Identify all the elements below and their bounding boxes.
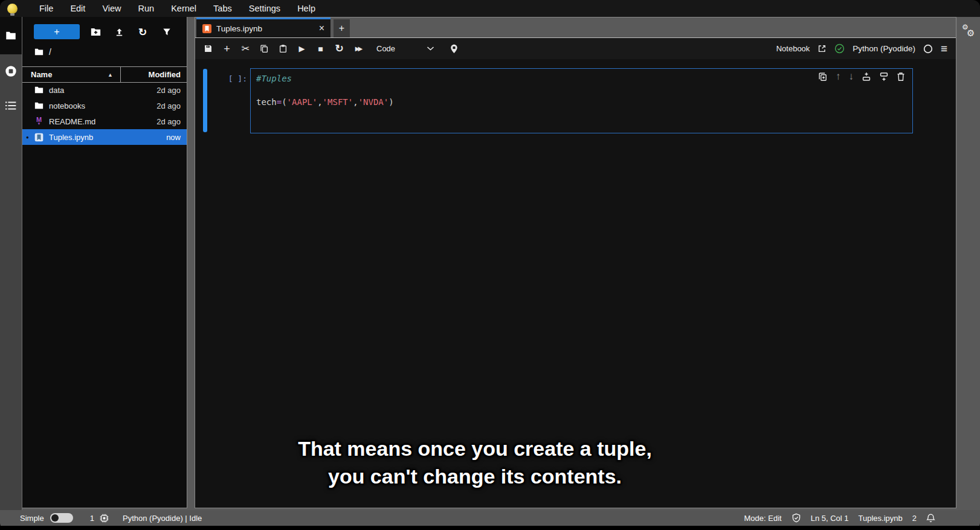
- insert-cell-below-icon[interactable]: [879, 72, 889, 81]
- notebook-label: Notebook: [776, 44, 810, 53]
- menu-view[interactable]: View: [94, 0, 129, 17]
- kernel-status-text[interactable]: Python (Pyodide) | Idle: [123, 514, 202, 523]
- duplicate-cell-icon[interactable]: [818, 72, 828, 81]
- cell-type-value: Code: [376, 44, 395, 53]
- cell-toolbar: ↑ ↓: [818, 71, 905, 81]
- folder-icon: [34, 86, 44, 94]
- file-row-readme[interactable]: M▼ README.md 2d ago: [22, 113, 187, 129]
- file-list-header: Name ▲ Modified: [22, 66, 187, 83]
- status-bar: Simple 1 Python (Pyodide) | Idle Mode: E…: [0, 510, 980, 526]
- subtitle-caption: That means once you create a tuple, you …: [0, 435, 950, 490]
- new-launcher-button[interactable]: +: [34, 24, 80, 39]
- file-name: data: [49, 86, 64, 95]
- file-row-tuples-selected[interactable]: ● Tuples.ipynb now: [22, 129, 187, 145]
- notification-count[interactable]: 2: [912, 514, 917, 523]
- delete-cell-icon[interactable]: [897, 72, 905, 81]
- file-row-notebooks[interactable]: notebooks 2d ago: [22, 98, 187, 113]
- notebook-file-icon: [34, 133, 44, 142]
- markdown-icon: M▼: [34, 117, 44, 126]
- running-sessions-icon[interactable]: [5, 65, 17, 77]
- interrupt-kernel-button[interactable]: ■: [311, 38, 330, 59]
- table-of-contents-icon[interactable]: [5, 101, 16, 110]
- bell-icon[interactable]: [926, 513, 935, 523]
- file-modified: 2d ago: [156, 117, 187, 126]
- tab-bar: Tuples.ipynb × +: [195, 18, 956, 38]
- trusted-check-icon[interactable]: [834, 43, 845, 54]
- folder-icon: [5, 31, 16, 40]
- subtitle-line-1: That means once you create a tuple,: [0, 435, 950, 462]
- kernel-status-icon[interactable]: [923, 44, 933, 54]
- restart-run-all-button[interactable]: ▶▶: [349, 38, 369, 59]
- menu-help[interactable]: Help: [289, 0, 324, 17]
- move-cell-down-icon[interactable]: ↓: [849, 71, 854, 81]
- menu-settings[interactable]: Settings: [240, 0, 289, 17]
- file-name: Tuples.ipynb: [49, 133, 93, 142]
- unsaved-dot: ●: [26, 135, 29, 140]
- cell-collapser[interactable]: [203, 69, 207, 132]
- menu-edit[interactable]: Edit: [62, 0, 94, 17]
- tab-title: Tuples.ipynb: [216, 24, 262, 33]
- plus-icon: +: [54, 27, 59, 37]
- kernel-sessions-icon[interactable]: [99, 513, 109, 523]
- app-window: File Edit View Run Kernel Tabs Settings …: [0, 0, 980, 530]
- paste-cell-button[interactable]: [274, 38, 292, 59]
- column-header-modified[interactable]: Modified: [121, 70, 187, 79]
- code-cell-editor[interactable]: #Tuples tech=('AAPL','MSFT','NVDA'): [250, 68, 913, 133]
- cell-prompt: [ ]:: [210, 74, 247, 83]
- file-name: README.md: [49, 117, 95, 126]
- menu-kernel[interactable]: Kernel: [163, 0, 205, 17]
- cursor-position[interactable]: Ln 5, Col 1: [811, 514, 849, 523]
- sort-ascending-icon: ▲: [108, 72, 113, 78]
- file-modified: 2d ago: [156, 101, 187, 110]
- filter-icon[interactable]: [161, 26, 173, 38]
- simple-mode-label: Simple: [20, 514, 44, 523]
- status-filename: Tuples.ipynb: [859, 514, 903, 523]
- column-header-name[interactable]: Name ▲: [22, 67, 121, 82]
- notebook-toolbar: + ✂ ▶ ■ ↻ ▶▶ Code: [195, 38, 956, 60]
- cell-type-dropdown[interactable]: Code: [376, 44, 434, 53]
- app-logo-icon[interactable]: [7, 4, 18, 14]
- external-link-icon[interactable]: [817, 44, 827, 53]
- file-modified: 2d ago: [156, 86, 187, 95]
- cut-cell-button[interactable]: ✂: [236, 38, 255, 59]
- file-name: notebooks: [49, 101, 85, 110]
- save-button[interactable]: [199, 38, 218, 59]
- kernel-name[interactable]: Python (Pyodide): [853, 44, 915, 53]
- menu-file[interactable]: File: [31, 0, 62, 17]
- close-icon[interactable]: ×: [319, 24, 324, 33]
- property-inspector-gears-icon[interactable]: ⚙ ⚙: [962, 23, 976, 39]
- breadcrumb-root: /: [49, 47, 51, 57]
- copy-cell-button[interactable]: [255, 38, 274, 59]
- menu-run[interactable]: Run: [130, 0, 163, 17]
- folder-icon: [34, 102, 44, 109]
- breadcrumb-folder-icon: [34, 48, 44, 56]
- notebook-icon: [202, 24, 211, 33]
- simple-mode-toggle[interactable]: [50, 513, 73, 523]
- new-tab-button[interactable]: +: [334, 19, 350, 37]
- shield-check-icon[interactable]: [791, 513, 801, 523]
- breadcrumb[interactable]: /: [34, 47, 51, 57]
- menu-icon[interactable]: ≡: [941, 43, 947, 54]
- command-mode-indicator[interactable]: Mode: Edit: [744, 514, 782, 523]
- toolbar-right-group: Notebook Python (Pyodide) ≡: [776, 43, 947, 54]
- tab-tuples-notebook[interactable]: Tuples.ipynb ×: [196, 18, 330, 37]
- refresh-icon[interactable]: ↻: [137, 26, 149, 38]
- add-cell-button[interactable]: +: [218, 38, 236, 59]
- kernel-session-count[interactable]: 1: [90, 514, 94, 523]
- file-row-data[interactable]: data 2d ago: [22, 82, 187, 98]
- file-browser-toolbar: + ↻: [22, 24, 187, 40]
- move-cell-up-icon[interactable]: ↑: [836, 71, 841, 81]
- sidebar-tab-filebrowser[interactable]: [0, 17, 22, 54]
- status-bar-right: Mode: Edit Ln 5, Col 1 Tuples.ipynb 2: [744, 513, 936, 523]
- run-cell-button[interactable]: ▶: [292, 38, 311, 59]
- restart-kernel-button[interactable]: ↻: [330, 38, 349, 59]
- upload-icon[interactable]: [113, 26, 125, 38]
- code-line: tech=('AAPL','MSFT','NVDA'): [256, 97, 907, 109]
- pin-icon[interactable]: [450, 44, 458, 54]
- new-folder-button[interactable]: [89, 26, 102, 38]
- code-comment: #Tuples: [256, 74, 292, 83]
- menu-tabs[interactable]: Tabs: [205, 0, 240, 17]
- name-header-label: Name: [31, 70, 52, 79]
- subtitle-line-2: you can't change its contents.: [0, 462, 950, 490]
- insert-cell-above-icon[interactable]: [862, 72, 871, 81]
